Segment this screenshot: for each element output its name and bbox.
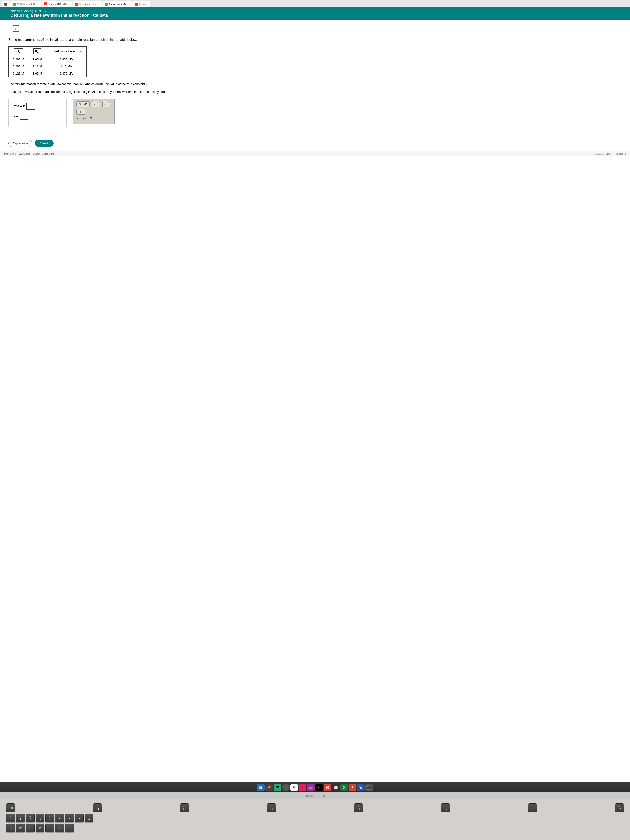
dock-icon-maps[interactable]: 🗺 (274, 784, 281, 791)
key-8[interactable]: * 8 (85, 814, 93, 823)
camera-icon: 📷 (367, 786, 371, 789)
header-bar: ☰ KINETICS AND EQUILIBRIUM Deducing a ra… (0, 8, 630, 20)
word-icon: W (359, 786, 362, 789)
key-3[interactable]: # 3 (36, 814, 44, 823)
header-title: Deducing a rate law from initial reactio… (10, 13, 626, 18)
key-esc[interactable]: esc (6, 803, 15, 812)
footer-bar: Page 0 of 0 1100 words English (United S… (0, 151, 630, 156)
key-1[interactable]: ! 1 (16, 814, 25, 823)
tab-course[interactable]: Course: (1225) HY... (42, 1, 71, 7)
key-f4[interactable]: ⊞⊞⊞ F4 (354, 803, 363, 812)
rate-input[interactable] (27, 103, 35, 110)
table-cell-h2-3: 0.125 M (8, 70, 28, 77)
tab-b[interactable]: b (2, 1, 9, 7)
check-button[interactable]: Check (35, 140, 54, 147)
dock-icon-word[interactable]: W (357, 784, 365, 791)
key-f1[interactable]: ☀ F1 (93, 803, 102, 812)
dock-icon-n[interactable]: N (324, 784, 331, 791)
table-header-h2: [H2] (8, 47, 28, 56)
close-button[interactable]: × (76, 117, 79, 121)
explanation-button[interactable]: Explanation (8, 140, 32, 147)
key-t[interactable]: T (46, 824, 54, 832)
atv-icon: atv (318, 786, 321, 789)
rate-row: rate = k (14, 103, 62, 110)
copyright-text: © 2021 McGraw-Hill Education (594, 153, 626, 155)
key-2[interactable]: @ 2 (26, 814, 35, 823)
key-f6[interactable]: ⋯ F6 (528, 803, 537, 812)
google-icon (105, 3, 108, 6)
table-row: 0.125 M 1.65 M 0.379 M/s (8, 70, 87, 77)
b-icon: b (4, 3, 7, 6)
key-w[interactable]: W (16, 824, 25, 832)
tab-courses-ha[interactable]: https://courses.ha... (73, 1, 102, 7)
dock-icon-powerpoint[interactable]: P (349, 784, 356, 791)
keyboard-number-row: ~ ` ! 1 @ 2 # 3 $ 4 % 5 ^ 6 & 7 (6, 814, 624, 823)
key-e[interactable]: E (26, 824, 35, 832)
dot-product-button[interactable]: □·□ (76, 109, 85, 115)
instructions-1: Use this information to write a rate law… (8, 81, 622, 87)
dock-icon-calendar[interactable]: 20 (291, 784, 298, 791)
k-input[interactable] (20, 113, 28, 120)
homework-icon (13, 3, 16, 6)
key-r[interactable]: R (36, 824, 44, 832)
key-f2[interactable]: ☀☀ F2 (180, 803, 189, 812)
power-button[interactable]: □□ (102, 101, 110, 107)
chart-icon: 📊 (334, 786, 338, 789)
dock-icon-finder[interactable]: 🔄 (257, 784, 265, 791)
key-q[interactable]: Q (6, 824, 15, 832)
table-cell-h2-2: 0.283 M (8, 63, 28, 70)
table-cell-rate-2: 1.15 M/s (46, 63, 87, 70)
key-u[interactable]: U (65, 824, 74, 832)
macbook-label: MacBook Air (0, 793, 630, 799)
key-f7[interactable]: ⏮ F7 (615, 803, 624, 812)
key-4[interactable]: $ 4 (46, 814, 54, 823)
table-header-i2: [I2] (28, 47, 46, 56)
dock-icon-atv[interactable]: atv (316, 784, 323, 791)
key-7[interactable]: & 7 (75, 814, 84, 823)
key-tilde[interactable]: ~ ` (6, 814, 15, 823)
hamburger-icon[interactable]: ☰ (3, 20, 7, 25)
rate-label: rate = k (14, 104, 25, 108)
tab-homework[interactable]: Get Homework Hel... (10, 1, 41, 7)
header-subtitle: KINETICS AND EQUILIBRIUM (10, 10, 626, 13)
key-f3[interactable]: ⊞ F3 (267, 803, 276, 812)
times10-button[interactable]: □ □ ×10 (76, 101, 90, 107)
courses-ha-icon (75, 3, 78, 6)
podcast-icon: 📻 (309, 786, 313, 789)
course-icon (44, 3, 47, 5)
undo-button[interactable]: ↺ (83, 117, 86, 121)
main-content: ☰ KINETICS AND EQUILIBRIUM Deducing a ra… (0, 8, 630, 783)
finder-icon: 🔄 (259, 786, 263, 789)
superscript-button[interactable]: □□ (92, 101, 100, 107)
table-header-rate: initial rate of reaction (46, 47, 87, 56)
key-y[interactable]: Y (55, 824, 64, 832)
key-6[interactable]: ^ 6 (65, 814, 74, 823)
key-f5[interactable]: ⋯ F5 (441, 803, 450, 812)
action-row: × ↺ ? (76, 117, 111, 121)
table-row: 0.283 M 1.65 M 0.858 M/s (8, 56, 87, 63)
dock-icon-launchpad[interactable]: 🚀 (265, 784, 273, 791)
data-table: [H2] [I2] initial rate of reaction 0.283… (8, 46, 87, 77)
dock-icon-camera[interactable]: 📷 (365, 784, 373, 791)
table-row: 0.283 M 2.21 M 1.15 M/s (8, 63, 87, 70)
macos-taskbar: 🔄 🚀 🗺 ··· 20 ♪ 📻 atv N 📊 X P W 📷 (0, 783, 630, 793)
k-label: k = (14, 114, 18, 118)
keyboard-area: esc ☀ F1 ☀☀ F2 ⊞ F3 ⊞⊞⊞ F4 ⋯ F5 ⋯ F6 ⏮ F… (0, 799, 630, 840)
dock-icon-more1[interactable]: ··· (282, 784, 290, 791)
help-button[interactable]: ? (90, 117, 92, 121)
table-cell-rate-3: 0.379 M/s (46, 70, 87, 77)
tab-courses2[interactable]: Courses (133, 1, 150, 7)
math-row-1: □ □ ×10 □□ □□ (76, 101, 111, 107)
key-5[interactable]: % 5 (55, 814, 64, 823)
bottom-buttons: Explanation Check (8, 140, 622, 147)
close-icon: × (76, 117, 79, 121)
dock-icon-excel[interactable]: X (340, 784, 348, 791)
tab-google[interactable]: Provide a concise... (103, 1, 132, 7)
math-toolbar: □ □ ×10 □□ □□ □·□ (73, 98, 115, 124)
instructions-2: Round your value for the rate constant t… (8, 89, 622, 95)
dock-icon-music[interactable]: ♪ (299, 784, 306, 791)
dock-icon-podcast[interactable]: 📻 (307, 784, 314, 791)
dock-icon-chart[interactable]: 📊 (332, 784, 339, 791)
excel-icon: X (343, 786, 345, 789)
collapse-button[interactable]: ∨ (13, 25, 19, 32)
